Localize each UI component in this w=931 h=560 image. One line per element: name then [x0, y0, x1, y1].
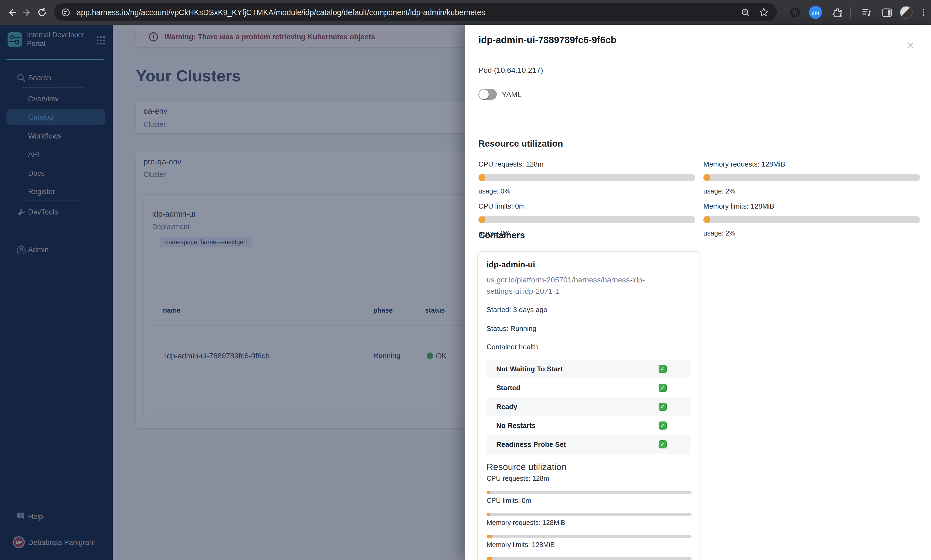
mini-gauge-memory-limits: Memory limits: 128MiB [487, 541, 692, 560]
back-icon[interactable] [5, 6, 18, 19]
resource-utilization-heading: Resource utilization [478, 138, 563, 149]
pod-subtitle: Pod (10.64.10.217) [478, 66, 543, 74]
mini-track [487, 491, 692, 494]
forward-icon[interactable] [20, 6, 34, 19]
reload-icon[interactable] [35, 6, 49, 19]
gauge-fill [478, 174, 486, 181]
containers-heading: Containers [478, 230, 525, 240]
container-card: idp-admin-ui us.gcr.io/platform-205701/h… [477, 251, 700, 560]
site-settings-icon[interactable] [62, 8, 70, 17]
media-controls-icon[interactable] [860, 6, 873, 19]
container-resource-bars: CPU requests: 128m CPU limits: 0m Memory… [487, 475, 692, 560]
screen: app.harness.io/ng/account/vpCkHKsDSxK9_K… [0, 0, 931, 560]
gauge-memory-limits: Memory limits: 128MiB usage: 2% [703, 202, 920, 244]
gauge-track [478, 174, 695, 181]
zoom-app-badge: zm [809, 6, 822, 19]
check-icon: ✓ [658, 440, 667, 448]
extension-spinner-icon[interactable] [789, 6, 802, 19]
gauge-fill [478, 216, 486, 223]
container-resource-heading: Resource utilization [487, 462, 567, 473]
gauge-fill [703, 216, 711, 223]
mini-fill [487, 535, 493, 538]
check-icon: ✓ [658, 403, 667, 411]
yaml-toggle-label: YAML [502, 90, 522, 98]
mini-fill [487, 513, 490, 516]
mini-track [487, 513, 692, 516]
gauge-cpu-requests: CPU requests: 128m usage: 0% [478, 160, 695, 202]
yaml-toggle-knob [479, 89, 489, 99]
address-bar[interactable]: app.harness.io/ng/account/vpCkHKsDSxK9_K… [54, 3, 777, 21]
resource-gauges: CPU requests: 128m usage: 0% Memory requ… [478, 160, 920, 244]
mini-fill [487, 557, 493, 560]
container-name: idp-admin-ui [487, 260, 535, 269]
mini-track [487, 557, 692, 560]
side-panel-icon[interactable] [880, 6, 893, 19]
pod-details-drawer: idp-admin-ui-7889789fc6-9f6cb ✕ Pod (10.… [465, 25, 931, 560]
url-text[interactable]: app.harness.io/ng/account/vpCkHKsDSxK9_K… [77, 8, 485, 17]
mini-gauge-cpu-limits: CPU limits: 0m [487, 497, 692, 516]
mini-fill [487, 491, 490, 494]
close-icon[interactable]: ✕ [903, 38, 918, 53]
mini-track [487, 535, 692, 538]
container-status: Status: Running [487, 325, 536, 332]
container-health-list: Not Waiting To Start ✓ Started ✓ Ready ✓… [487, 360, 691, 454]
drawer-title: idp-admin-ui-7889789fc6-9f6cb [478, 34, 617, 46]
gauge-memory-requests: Memory requests: 128MiB usage: 2% [703, 160, 920, 202]
toolbar-separator [850, 7, 851, 18]
health-row: Ready ✓ [487, 397, 691, 416]
zoom-app-icon[interactable]: zm [809, 6, 822, 19]
container-started: Started: 3 days ago [487, 306, 547, 314]
container-image-link[interactable]: us.gcr.io/platform-205701/harness/harnes… [487, 274, 668, 297]
page: Internal Developer Portal Search Overvie… [0, 25, 931, 560]
health-row: Readiness Probe Set ✓ [487, 435, 691, 454]
gauge-track [703, 216, 920, 223]
gauge-fill [703, 174, 711, 181]
browser-menu-icon[interactable] [917, 6, 930, 19]
extensions-puzzle-icon[interactable] [831, 6, 844, 19]
browser-toolbar: app.harness.io/ng/account/vpCkHKsDSxK9_K… [0, 0, 931, 25]
browser-profile-avatar[interactable] [900, 6, 913, 19]
gauge-track [703, 174, 920, 181]
gauge-track [478, 216, 695, 223]
health-row: Not Waiting To Start ✓ [487, 360, 691, 378]
zoom-page-icon[interactable] [739, 6, 752, 19]
check-icon: ✓ [658, 365, 667, 373]
check-icon: ✓ [658, 422, 667, 429]
yaml-toggle[interactable] [478, 89, 497, 100]
mini-gauge-cpu-requests: CPU requests: 128m [487, 475, 692, 494]
container-health-heading: Container health [487, 343, 538, 351]
bookmark-star-icon[interactable] [757, 6, 770, 19]
health-row: Started ✓ [487, 378, 691, 397]
check-icon: ✓ [658, 384, 667, 392]
health-row: No Restarts ✓ [487, 416, 691, 435]
mini-gauge-memory-requests: Memory requests: 128MiB [487, 519, 692, 538]
